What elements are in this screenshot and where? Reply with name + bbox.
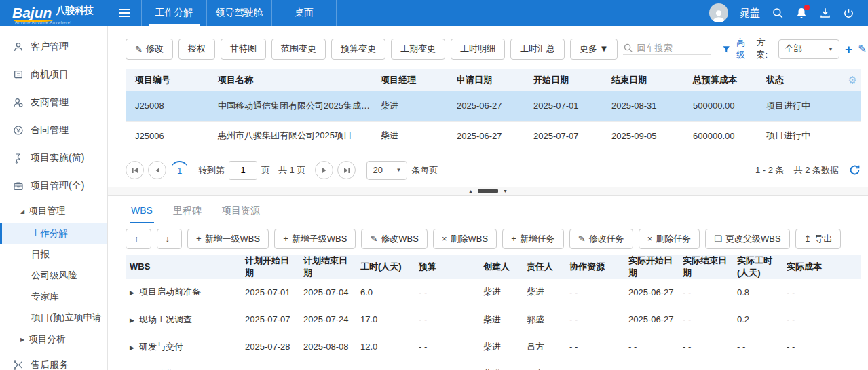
range-label: 1 - 2 条 [755, 164, 785, 177]
wbs-toolbar-button[interactable]: + 新增一级WBS [187, 229, 269, 249]
wbs-toolbar-button[interactable]: ↑ [126, 229, 151, 249]
wbs-toolbar-button[interactable]: ↥ 导出 [795, 229, 842, 249]
search-input[interactable] [637, 43, 711, 53]
customer-icon [12, 41, 24, 52]
project-row[interactable]: J25008 中国移动通信集团有限公司2025集成项目 柴进 2025-06-2… [126, 91, 861, 121]
sidebar-item-partners[interactable]: 友商管理 [0, 88, 107, 116]
sidebar-item-expert-library[interactable]: 专家库 [0, 286, 107, 307]
bell-icon[interactable] [795, 7, 808, 19]
toolbar-button[interactable]: 授权 [178, 39, 215, 60]
prev-page-button[interactable] [148, 161, 166, 179]
wbs-toolbar-button[interactable]: + 新增任务 [502, 229, 564, 249]
advanced-link[interactable]: 高级 [736, 37, 751, 61]
username[interactable]: 晁盖 [740, 7, 760, 20]
expand-row-icon[interactable]: ▶ [130, 344, 134, 351]
logo-text-cn: 八骏科技 [56, 5, 94, 17]
wbs-toolbar-button[interactable]: + 新增子级WBS [274, 229, 356, 249]
wbs-toolbar-button[interactable]: ✎ 修改WBS [361, 229, 428, 249]
splitter-handle[interactable] [478, 189, 498, 193]
first-page-button[interactable] [126, 161, 144, 179]
sidebar-item-work-breakdown[interactable]: 工作分解 [0, 223, 107, 244]
expand-row-icon[interactable]: ▶ [130, 317, 134, 324]
panel-splitter[interactable]: ▲ ▼ [108, 187, 868, 196]
expanded-triangle-icon: ◢ [20, 208, 24, 215]
pagination: 1 转到第 页 共 1 页 20 ▼ 条每页 1 - 2 条 共 2 条数据 [126, 161, 861, 180]
edit-scheme-icon[interactable]: ✎ [858, 43, 867, 55]
notification-dot [804, 5, 810, 10]
navbar-tabs: 工作分解 领导驾驶舱 桌面 [141, 0, 337, 26]
sidebar-item-contracts[interactable]: 合同管理 [0, 116, 107, 144]
projects-table: 项目编号 项目名称 项目经理 申请日期 开始日期 结束日期 总预算成本 状态 ⚙… [126, 69, 861, 151]
app-logo: Bajun 八骏科技 Anyone,Anytime,Anywhere! [0, 0, 109, 26]
wbs-tab[interactable]: WBS [130, 201, 154, 223]
service-icon [12, 359, 24, 370]
expand-row-icon[interactable]: ▶ [130, 289, 134, 296]
wbs-toolbar: ↑ ↓ + 新增一级WBS + 新增子级WBS [126, 229, 861, 249]
add-scheme-icon[interactable]: + [845, 43, 852, 56]
sidebar: 客户管理 商机项目 友商管理 合同管理 项目实施(简) 项目管理(全) ◢ 项目… [0, 26, 108, 370]
nav-tab-dashboard[interactable]: 领导驾驶舱 [206, 0, 271, 26]
sidebar-item-project-management-full[interactable]: 项目管理(全) [0, 172, 107, 200]
wbs-toolbar-button[interactable]: ✎ 修改任务 [569, 229, 633, 249]
toolbar-button[interactable]: 工期变更 [391, 39, 445, 60]
toolbar-button[interactable]: 范围变更 [271, 39, 326, 60]
projects-toolbar: ✎ 修改 授权 甘特图 范围变更 [126, 37, 861, 61]
sidebar-item-company-risk[interactable]: 公司级风险 [0, 265, 107, 286]
search-icon[interactable] [772, 7, 784, 19]
toolbar-button[interactable]: 更多 ▼ [570, 39, 618, 60]
sidebar-group-project-analysis[interactable]: ▶ 项目分析 [0, 328, 107, 351]
refresh-icon[interactable] [848, 164, 861, 177]
toolbar-button[interactable]: ✎ 修改 [126, 39, 173, 60]
gear-icon[interactable]: ⚙ [848, 74, 857, 86]
wbs-tabs: WBS 里程碑 项目资源 [126, 201, 861, 223]
wbs-row[interactable]: ▶现场工况调查 2025-07-07 2025-07-24 17.0 - - 柴… [126, 306, 861, 333]
sidebar-item-project-approval[interactable]: 项目(预)立项申请 [0, 307, 107, 328]
page-number-input[interactable] [229, 161, 257, 180]
collapse-down-icon[interactable]: ▼ [503, 189, 508, 193]
collapse-up-icon[interactable]: ▲ [468, 189, 473, 193]
last-page-button[interactable] [337, 161, 356, 179]
partner-icon [12, 96, 24, 108]
scheme-select[interactable]: 全部 ▼ [778, 39, 839, 59]
page-size-select[interactable]: 20 ▼ [366, 161, 407, 180]
filter-icon[interactable] [722, 44, 731, 54]
nav-tab-desktop[interactable]: 桌面 [271, 0, 337, 26]
logo-text-en: Bajun [12, 5, 52, 21]
sidebar-item-opportunities[interactable]: 商机项目 [0, 60, 107, 88]
sidebar-item-after-sales[interactable]: 售后服务 [0, 351, 107, 370]
wbs-toolbar-button[interactable]: × 删除WBS [433, 229, 497, 249]
opportunity-icon [12, 69, 24, 80]
toolbar-button[interactable]: 工时明细 [451, 39, 505, 60]
wbs-tab[interactable]: 里程碑 [172, 201, 203, 223]
wbs-toolbar-button[interactable]: × 删除任务 [639, 229, 700, 249]
project-row[interactable]: J25006 惠州市八骏集团有限公司2025项目 柴进 2025-06-27 2… [126, 121, 861, 151]
wbs-toolbar-button[interactable]: ❏ 更改父级WBS [705, 229, 789, 249]
power-icon[interactable] [843, 7, 854, 19]
search-input-icon [623, 43, 633, 53]
button-icon: ✎ [578, 234, 586, 244]
wbs-row[interactable]: ▶研发与交付 2025-07-28 2025-08-08 12.0 - - 柴进… [126, 333, 861, 360]
avatar[interactable] [709, 3, 728, 22]
sidebar-group-project-management[interactable]: ◢ 项目管理 [0, 200, 107, 223]
button-icon: ❏ [714, 234, 722, 244]
wbs-row[interactable]: ▶项目启动前准备 2025-07-01 2025-07-04 6.0 - - 柴… [126, 279, 861, 306]
project-icon [12, 180, 24, 191]
wbs-tab[interactable]: 项目资源 [221, 201, 261, 223]
menu-icon[interactable] [109, 0, 141, 26]
implementation-icon [12, 152, 24, 164]
current-page[interactable]: 1 [170, 161, 189, 179]
wbs-toolbar-button[interactable]: ↓ [157, 229, 183, 249]
toolbar-button[interactable]: 工时汇总 [510, 39, 565, 60]
next-page-button[interactable] [315, 161, 333, 179]
toolbar-button[interactable]: 甘特图 [221, 39, 266, 60]
sidebar-item-customers[interactable]: 客户管理 [0, 33, 107, 60]
contract-icon [12, 124, 24, 136]
sidebar-item-daily-report[interactable]: 日报 [0, 244, 107, 265]
nav-tab-work-breakdown[interactable]: 工作分解 [141, 0, 206, 26]
search-zone: 高级 方案: 全部 ▼ + ✎ × [623, 37, 868, 61]
button-icon: × [442, 234, 447, 244]
toolbar-button[interactable]: 预算变更 [331, 39, 385, 60]
download-icon[interactable] [819, 7, 831, 19]
sidebar-item-implementation-simple[interactable]: 项目实施(简) [0, 144, 107, 172]
wbs-row[interactable]: ▶项目验收 2025-08-11 2025-08-31 18.0 - - 柴进 … [126, 360, 861, 370]
